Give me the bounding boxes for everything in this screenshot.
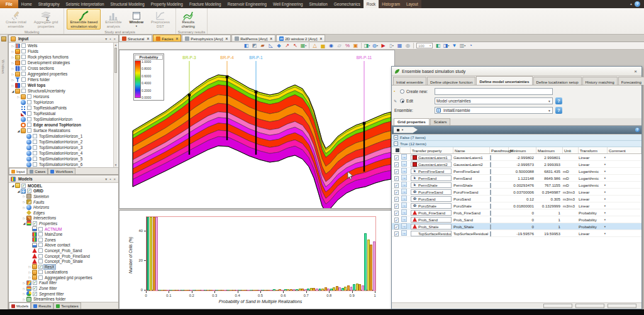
expander-collapsed-icon[interactable]: ▷ bbox=[22, 281, 26, 285]
ensemble-analysis-button[interactable]: Ensembleanalysis bbox=[102, 9, 125, 30]
toolbar-eraser-icon[interactable]: ▰ bbox=[259, 43, 266, 49]
tree-item-checkbox[interactable] bbox=[21, 72, 26, 76]
panel-close-icon[interactable]: × bbox=[113, 177, 116, 181]
dialog-footer-button[interactable] bbox=[608, 304, 636, 308]
tree-item-resx[interactable]: ▷✓ResX bbox=[9, 264, 113, 270]
tab-close-icon[interactable]: × bbox=[147, 36, 149, 41]
ribbon-tab-structural-modeling[interactable]: Structural Modeling bbox=[108, 0, 148, 8]
transfer-arrow-icon[interactable]: → bbox=[401, 175, 407, 180]
toolbar-arrow-nw-red-icon[interactable]: ↖ bbox=[292, 43, 299, 49]
passthrough-checkbox[interactable] bbox=[490, 183, 491, 188]
table-action-button[interactable]: ▼ bbox=[394, 127, 418, 133]
toolbar-window-green-icon[interactable]: ◧ bbox=[435, 43, 441, 49]
toolbar-triangle-mesh-icon[interactable]: △ bbox=[311, 43, 318, 49]
transfer-arrow-icon[interactable]: → bbox=[401, 202, 407, 208]
window-tab-2d-window-2-any[interactable]: 2D2D window 2 [Any]× bbox=[276, 35, 325, 41]
ensemble-based-simulation-study-button[interactable]: Ensemble basedsimulation study bbox=[67, 9, 101, 30]
tree-item-wells[interactable]: ▷Wells bbox=[9, 43, 113, 48]
expander-collapsed-icon[interactable]: ▷ bbox=[11, 67, 15, 70]
transform-cell[interactable]: Probability▾ bbox=[579, 218, 608, 222]
transform-cell[interactable]: Logarithmic▾ bbox=[579, 176, 608, 180]
expander-collapsed-icon[interactable]: ▷ bbox=[11, 55, 15, 59]
expander-collapsed-icon[interactable]: ▷ bbox=[22, 216, 26, 220]
property-box[interactable]: Prob_FineSand bbox=[411, 210, 452, 216]
tree-item-topsimulationhorizon-5[interactable]: TopSimulationHorizon_5 bbox=[9, 156, 113, 162]
preprocess-dst-button[interactable]: PreprocessDST bbox=[148, 9, 173, 30]
toolbar-histogram-chart-icon[interactable]: ▅ bbox=[319, 43, 326, 49]
toolbar-pick-point-icon[interactable]: ◆ bbox=[275, 43, 282, 49]
tree-item-checkbox[interactable] bbox=[21, 60, 26, 65]
toolbar-cube-3d-icon[interactable]: ▦▾ bbox=[300, 43, 307, 49]
toolbar-select-arrow-icon[interactable]: ◩ bbox=[251, 43, 258, 49]
expander-collapsed-icon[interactable]: ▷ bbox=[28, 275, 32, 279]
tree-item-checkbox[interactable] bbox=[38, 275, 43, 280]
transform-cell[interactable]: Linear▾ bbox=[579, 231, 608, 236]
transfer-arrow-icon[interactable]: → bbox=[401, 161, 407, 167]
subtab-grid-properties[interactable]: Grid properties bbox=[394, 118, 430, 125]
ribbon-tab-property-modeling[interactable]: Property Modeling bbox=[148, 0, 186, 8]
table-row-topsurfaceresidual[interactable]: ✓→TopSurfaceResidualTopSurfaceResidual-1… bbox=[392, 230, 641, 237]
panel-dropdown-icon[interactable]: ▾ bbox=[104, 36, 108, 41]
tree-item-well-tops[interactable]: ▷Well tops bbox=[9, 82, 113, 88]
passthrough-checkbox[interactable] bbox=[490, 211, 491, 216]
edit-radio[interactable] bbox=[400, 99, 404, 103]
ribbon-tab-fracture-modeling[interactable]: Fracture Modeling bbox=[186, 0, 225, 8]
table-row-poroshale[interactable]: ✓→ΦPoroShalePoroShale0.018000010.1329999… bbox=[392, 202, 641, 209]
toolbar-layout-grid-icon[interactable]: ▥▾ bbox=[459, 43, 466, 49]
ensemble-select[interactable]: InitialEnsemble▼ bbox=[435, 107, 553, 114]
toolbar-table-grid-icon[interactable]: ▦ bbox=[396, 43, 403, 49]
tree-item-checkbox[interactable] bbox=[27, 128, 31, 133]
toolbar-arrow-ne-red-icon[interactable]: ↗ bbox=[284, 43, 291, 49]
tab-close-icon[interactable]: × bbox=[226, 36, 228, 41]
tree-item-fault-filter[interactable]: ▷✓Fault filter bbox=[9, 280, 113, 286]
tree-item-localizations[interactable]: ▷Localizations bbox=[9, 270, 113, 275]
property-box[interactable]: ΦPoroFineSand bbox=[411, 189, 452, 195]
tree-item-checkbox[interactable]: ✓ bbox=[33, 286, 37, 290]
tree-item-checkbox[interactable] bbox=[38, 248, 43, 253]
property-box[interactable]: GaussianLatent2 bbox=[411, 162, 452, 167]
tree-item-aggregated-grid-properties[interactable]: ▷Aggregated grid properties bbox=[9, 275, 113, 280]
window-tab-facies[interactable]: Facies× bbox=[153, 35, 181, 41]
passthrough-checkbox[interactable] bbox=[490, 197, 491, 202]
row-checkbox[interactable]: ✓ bbox=[394, 224, 399, 229]
tree-item-checkbox[interactable]: ✓ bbox=[38, 265, 43, 269]
toolbar-globe-view-icon[interactable]: ◍▾ bbox=[372, 43, 379, 49]
ribbon-tab-well-engineering[interactable]: Well Engineering bbox=[270, 0, 306, 8]
tree-item-faults[interactable]: ▷Faults bbox=[9, 199, 113, 205]
ribbon-tab-seismic-interpretation[interactable]: Seismic Interpretation bbox=[63, 0, 108, 8]
tree-item-concept-prob-shale[interactable]: Concept_Prob_Shale bbox=[9, 258, 113, 264]
tree-item-model[interactable]: ◢✓MODEL bbox=[9, 183, 113, 189]
ribbon-tab-layout[interactable]: Layout bbox=[403, 0, 421, 8]
tree-item-structuraluncertainty[interactable]: ◢StructuralUncertainty bbox=[9, 88, 113, 94]
tree-item-topsimulationhorizon-1[interactable]: TopSimulationHorizon_1 bbox=[9, 133, 113, 139]
toolbar-run-tool-icon[interactable]: ▶ bbox=[380, 43, 387, 49]
panel-tab-models[interactable]: Models bbox=[9, 302, 31, 309]
left-dock-strip[interactable]: Windows bbox=[0, 35, 8, 309]
tree-item-checkbox[interactable] bbox=[38, 243, 43, 247]
toolbar-help-pin-icon[interactable]: ◔ bbox=[467, 43, 474, 49]
tree-item-checkbox[interactable] bbox=[38, 227, 43, 231]
create-new-radio[interactable] bbox=[400, 89, 404, 94]
expander-collapsed-icon[interactable]: ▷ bbox=[28, 270, 32, 274]
table-help-icon[interactable]: ? bbox=[635, 128, 640, 132]
ribbon-tab-rock[interactable]: Rock bbox=[364, 0, 379, 8]
table-row-prob-finesand[interactable]: ✓→Prob_FineSandProb_FineSand01Probabilit… bbox=[392, 209, 641, 216]
toolbar-camera-icon[interactable]: ◎ bbox=[404, 43, 411, 49]
expander-collapsed-icon[interactable]: ▷ bbox=[22, 206, 26, 209]
dialog-tab-initial-ensemble[interactable]: Initial ensemble bbox=[393, 77, 426, 85]
property-box[interactable]: ΦPoroShale bbox=[411, 203, 452, 209]
tree-item-topsimulationhorizon-4[interactable]: TopSimulationHorizon_4 bbox=[9, 150, 113, 156]
tree-item-topsimulationhorizon-3[interactable]: TopSimulationHorizon_3 bbox=[9, 145, 113, 150]
property-box[interactable]: kPermSand bbox=[411, 175, 452, 181]
tree-item-topsimulationhorizon-6[interactable]: TopSimulationHorizon_6 bbox=[9, 162, 113, 167]
tree-item-zone-filter[interactable]: ▷✓Zone filter bbox=[9, 285, 113, 291]
row-checkbox[interactable]: ✓ bbox=[394, 211, 399, 216]
tree-item-edge-around-tophorizon[interactable]: Edge around TopHorizon bbox=[9, 122, 113, 128]
tree-item-concept-prob-finesand[interactable]: Concept_Prob_FineSand bbox=[9, 253, 113, 259]
tree-item-checkbox[interactable] bbox=[38, 259, 43, 263]
expander-collapsed-icon[interactable]: ▷ bbox=[11, 44, 15, 48]
table-row-prob-sand[interactable]: ✓→Prob_SandProb_Sand01Probability▾ bbox=[392, 216, 641, 223]
toolbar-window-blue-icon[interactable]: ◨▾ bbox=[443, 43, 450, 49]
row-checkbox[interactable]: ✓ bbox=[394, 204, 399, 209]
expander-collapsed-icon[interactable]: ▷ bbox=[11, 84, 15, 87]
